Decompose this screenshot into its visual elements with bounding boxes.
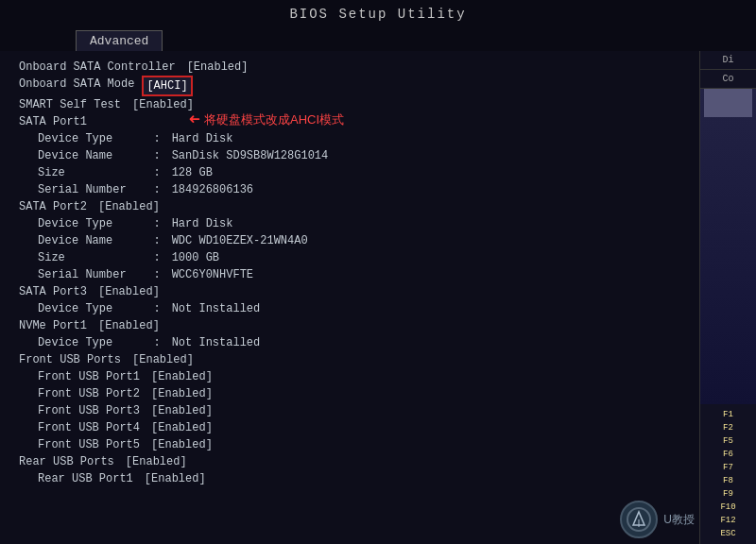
- bios-screen: BIOS Setup Utility Advanced Onboard SATA…: [0, 0, 756, 544]
- bios-row-value: [Enabled]: [151, 385, 213, 402]
- bios-row-label: Serial Number :: [19, 266, 161, 283]
- bios-row[interactable]: Serial Number :WCC6Y0NHVFTE: [19, 266, 699, 283]
- watermark-site: U教授: [663, 512, 695, 528]
- bios-row[interactable]: Size :1000 GB: [19, 249, 699, 266]
- key-f7[interactable]: F7: [704, 461, 752, 474]
- bios-settings-table: Onboard SATA Controller[Enabled]Onboard …: [19, 59, 699, 487]
- bios-row-label: Front USB Port4: [19, 419, 140, 436]
- key-esc[interactable]: ESC: [704, 527, 752, 540]
- key-f5[interactable]: F5: [704, 434, 752, 448]
- bios-content: Onboard SATA Controller[Enabled]Onboard …: [0, 51, 699, 544]
- bios-row-label: Onboard SATA Controller: [19, 59, 176, 76]
- bios-row-value: Hard Disk: [172, 215, 233, 232]
- key-f2[interactable]: F2: [704, 421, 752, 434]
- bios-row-label: Front USB Ports: [19, 351, 121, 368]
- bios-row[interactable]: SATA Port2[Enabled]: [19, 198, 699, 215]
- bios-row-label: Device Name :: [19, 232, 161, 249]
- tab-advanced[interactable]: Advanced: [76, 30, 163, 51]
- bios-row-label: SATA Port2: [19, 198, 87, 215]
- bios-row[interactable]: Device Type :Not Installed: [19, 300, 699, 317]
- bios-row-label: Device Name :: [19, 147, 161, 164]
- bios-row-value: Not Installed: [172, 300, 261, 317]
- bios-row-label: Front USB Port1: [19, 368, 140, 385]
- ahci-value: [AHCI]: [142, 76, 192, 96]
- window-title: BIOS Setup Utility: [289, 7, 466, 22]
- bios-row-label: Device Type :: [19, 334, 161, 351]
- bios-row-value: [Enabled]: [132, 96, 194, 113]
- bios-row[interactable]: NVMe Port1[Enabled]: [19, 317, 699, 334]
- bios-row-label: Serial Number :: [19, 181, 161, 198]
- bios-row[interactable]: Front USB Port3[Enabled]: [19, 402, 699, 419]
- bios-row-value: [Enabled]: [151, 419, 213, 436]
- bios-row[interactable]: Serial Number :184926806136: [19, 181, 699, 198]
- key-f9[interactable]: F9: [704, 487, 752, 501]
- bios-row-value: Not Installed: [172, 334, 261, 351]
- bios-row[interactable]: Front USB Port4[Enabled]: [19, 419, 699, 436]
- key-f1[interactable]: F1: [704, 408, 752, 421]
- bios-row[interactable]: SATA Port1: [19, 113, 699, 130]
- bios-row[interactable]: Front USB Port1[Enabled]: [19, 368, 699, 385]
- bios-row-label: Device Type :: [19, 130, 161, 147]
- bios-row-label: Size :: [19, 164, 161, 181]
- bios-row-value: [Enabled]: [187, 59, 249, 76]
- bios-row[interactable]: Onboard SATA Mode[AHCI]: [19, 76, 699, 96]
- bios-row[interactable]: Device Type :Hard Disk: [19, 215, 699, 232]
- bios-row-value: [Enabled]: [151, 436, 213, 453]
- bios-row-value: [Enabled]: [132, 351, 194, 368]
- bios-row-value: [Enabled]: [126, 453, 187, 470]
- bios-row-label: Front USB Port2: [19, 385, 140, 402]
- bios-row-label: Front USB Port5: [19, 436, 140, 453]
- bios-row[interactable]: Rear USB Ports[Enabled]: [19, 453, 699, 470]
- bios-row-label: NVMe Port1: [19, 317, 87, 334]
- sidebar-label-2: Co: [700, 70, 756, 89]
- bios-row-value: 1000 GB: [172, 249, 219, 266]
- bios-row-value: [Enabled]: [145, 470, 206, 487]
- bios-row-label: SATA Port3: [19, 283, 87, 300]
- bios-row-value: [Enabled]: [98, 283, 160, 300]
- scrollbar[interactable]: [700, 89, 756, 404]
- bios-row-value: SanDisk SD9SB8W128G1014: [172, 147, 329, 164]
- bios-row-label: Device Type :: [19, 300, 161, 317]
- bios-row[interactable]: Device Name :SanDisk SD9SB8W128G1014: [19, 147, 699, 164]
- bios-row[interactable]: Front USB Port5[Enabled]: [19, 436, 699, 453]
- right-sidebar: Di Co F1F2F5F6F7F8F9F10F12ESC: [699, 51, 756, 544]
- tab-bar: Advanced: [0, 26, 756, 51]
- bios-row[interactable]: Device Type :Hard Disk: [19, 130, 699, 147]
- bios-row[interactable]: Front USB Ports[Enabled]: [19, 351, 699, 368]
- bios-row-label: Rear USB Ports: [19, 453, 114, 470]
- bios-row-label: Front USB Port3: [19, 402, 140, 419]
- bios-row-value: WDC WD10EZEX-21WN4A0: [172, 232, 308, 249]
- bios-row[interactable]: Onboard SATA Controller[Enabled]: [19, 59, 699, 76]
- bios-row-value: Hard Disk: [172, 130, 233, 147]
- key-f8[interactable]: F8: [704, 474, 752, 487]
- bios-row-value: [Enabled]: [151, 402, 213, 419]
- bios-row[interactable]: SMART Self Test[Enabled]: [19, 96, 699, 113]
- bios-row[interactable]: Rear USB Port1[Enabled]: [19, 470, 699, 487]
- bios-row-label: Onboard SATA Mode: [19, 76, 134, 93]
- watermark-logo: [620, 501, 658, 538]
- bios-row-value: [Enabled]: [151, 368, 213, 385]
- bios-row-value: 128 GB: [172, 164, 213, 181]
- sidebar-label-1: Di: [700, 51, 756, 70]
- bios-row[interactable]: Device Type :Not Installed: [19, 334, 699, 351]
- bios-row-value: [Enabled]: [98, 317, 160, 334]
- bios-row-label: SMART Self Test: [19, 96, 121, 113]
- bios-row-label: Size :: [19, 249, 161, 266]
- bios-row[interactable]: Front USB Port2[Enabled]: [19, 385, 699, 402]
- bios-row-label: SATA Port1: [19, 113, 87, 130]
- bios-row-label: Rear USB Port1: [19, 470, 133, 487]
- bios-row-label: Device Type :: [19, 215, 161, 232]
- bios-row[interactable]: Size :128 GB: [19, 164, 699, 181]
- key-f12[interactable]: F12: [704, 514, 752, 527]
- bios-row-value: [Enabled]: [98, 198, 160, 215]
- key-f10[interactable]: F10: [704, 501, 752, 514]
- watermark: U教授: [620, 501, 695, 538]
- sidebar-keys: F1F2F5F6F7F8F9F10F12ESC: [700, 404, 756, 544]
- bios-row[interactable]: Device Name :WDC WD10EZEX-21WN4A0: [19, 232, 699, 249]
- key-f6[interactable]: F6: [704, 448, 752, 461]
- bios-row[interactable]: SATA Port3[Enabled]: [19, 283, 699, 300]
- scrollbar-thumb: [704, 89, 752, 117]
- bios-row-value: WCC6Y0NHVFTE: [172, 266, 253, 283]
- title-bar: BIOS Setup Utility: [0, 0, 756, 28]
- bios-row-value: 184926806136: [172, 181, 253, 198]
